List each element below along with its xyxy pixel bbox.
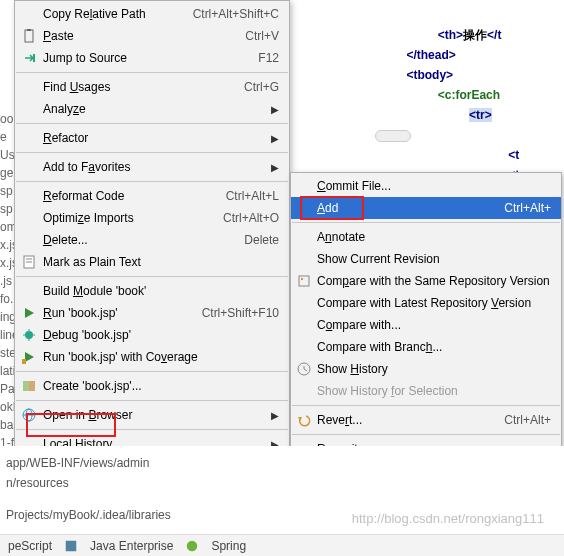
code-tbody: <tbody>: [406, 68, 453, 82]
repo-icon: [295, 273, 313, 289]
menu-item-label: Optimize Imports: [39, 211, 223, 225]
svg-rect-14: [23, 381, 29, 391]
menu-separator: [16, 72, 288, 73]
submenu-arrow-icon: ▶: [269, 410, 279, 421]
svg-rect-13: [22, 359, 26, 364]
menu-item-label: Open in Browser: [39, 408, 269, 422]
menu-item-13[interactable]: Delete...Delete: [15, 229, 289, 251]
code-foreach: <c:forEach: [438, 88, 500, 102]
hist-icon: [295, 361, 313, 377]
java-enterprise-label[interactable]: Java Enterprise: [90, 539, 173, 553]
svg-line-33: [304, 369, 307, 371]
menu-item-shortcut: Ctrl+Alt+L: [226, 189, 279, 203]
menu-item-label: Add to Favorites: [39, 160, 269, 174]
menu-item-21[interactable]: Create 'book.jsp'...: [15, 375, 289, 397]
menu-item-9[interactable]: Add to Favorites▶: [15, 156, 289, 178]
menu-item-4[interactable]: Find UsagesCtrl+G: [15, 76, 289, 98]
menu-item-7[interactable]: Refactor▶: [15, 127, 289, 149]
menu-item-12[interactable]: Optimize ImportsCtrl+Alt+O: [15, 207, 289, 229]
menu-item-0[interactable]: Copy Relative PathCtrl+Alt+Shift+C: [15, 3, 289, 25]
submenu-item-shortcut: Ctrl+Alt+: [504, 201, 551, 215]
menu-item-shortcut: Delete: [244, 233, 279, 247]
run-icon: [19, 305, 39, 321]
menu-separator: [16, 181, 288, 182]
menu-separator: [16, 429, 288, 430]
diff-icon: [19, 378, 39, 394]
menu-item-label: Run 'book.jsp' with Coverage: [39, 350, 279, 364]
submenu-separator: [292, 405, 560, 406]
submenu-item-label: Commit File...: [317, 179, 551, 193]
menu-item-label: Reformat Code: [39, 189, 226, 203]
menu-separator: [16, 400, 288, 401]
menu-separator: [16, 123, 288, 124]
menu-item-label: Find Usages: [39, 80, 244, 94]
jump-icon: [19, 50, 39, 66]
submenu-item-8[interactable]: Compare with Branch...: [291, 336, 561, 358]
submenu-item-1[interactable]: AddCtrl+Alt+: [291, 197, 561, 219]
submenu-separator: [292, 434, 560, 435]
bottom-panel: app/WEB-INF/views/admin n/resources Proj…: [0, 446, 564, 556]
menu-item-5[interactable]: Analyze▶: [15, 98, 289, 120]
code-th: <th>: [438, 28, 463, 42]
menu-item-label: Delete...: [39, 233, 244, 247]
svg-marker-12: [25, 352, 34, 362]
submenu-item-label: Compare with Branch...: [317, 340, 551, 354]
svg-point-7: [25, 331, 33, 339]
submenu-arrow-icon: ▶: [269, 133, 279, 144]
watermark-text: http://blog.csdn.net/rongxiang111: [352, 511, 544, 526]
menu-item-label: Build Module 'book': [39, 284, 279, 298]
submenu-item-12[interactable]: Revert...Ctrl+Alt+: [291, 409, 561, 431]
path-line-2: n/resources: [6, 476, 558, 490]
svg-rect-30: [301, 278, 303, 280]
menu-item-16[interactable]: Build Module 'book': [15, 280, 289, 302]
submenu-separator: [292, 222, 560, 223]
blank-icon: [19, 232, 39, 248]
submenu-item-6[interactable]: Compare with Latest Repository Version: [291, 292, 561, 314]
txt-icon: [19, 254, 39, 270]
submenu-item-shortcut: Ctrl+Alt+: [504, 413, 551, 427]
typescript-label[interactable]: peScript: [8, 539, 52, 553]
menu-item-18[interactable]: Debug 'book.jsp': [15, 324, 289, 346]
paste-icon: [19, 28, 39, 44]
svg-rect-29: [299, 276, 309, 286]
submenu-item-label: Show History for Selection: [317, 384, 551, 398]
menu-item-2[interactable]: Jump to SourceF12: [15, 47, 289, 69]
submenu-item-9[interactable]: Show History: [291, 358, 561, 380]
blank-icon: [19, 188, 39, 204]
spring-label[interactable]: Spring: [211, 539, 246, 553]
submenu-item-label: Show Current Revision: [317, 252, 551, 266]
menu-item-label: Run 'book.jsp': [39, 306, 202, 320]
menu-item-19[interactable]: Run 'book.jsp' with Coverage: [15, 346, 289, 368]
submenu-item-4[interactable]: Show Current Revision: [291, 248, 561, 270]
blank-icon: [19, 283, 39, 299]
submenu-item-0[interactable]: Commit File...: [291, 175, 561, 197]
menu-item-11[interactable]: Reformat CodeCtrl+Alt+L: [15, 185, 289, 207]
menu-separator: [16, 371, 288, 372]
code-thead-close: </thead>: [406, 48, 455, 62]
submenu-arrow-icon: ▶: [269, 104, 279, 115]
menu-item-17[interactable]: Run 'book.jsp'Ctrl+Shift+F10: [15, 302, 289, 324]
svg-rect-2: [33, 54, 35, 62]
blank-icon: [19, 159, 39, 175]
menu-item-14[interactable]: Mark as Plain Text: [15, 251, 289, 273]
menu-item-label: Mark as Plain Text: [39, 255, 279, 269]
svg-rect-15: [29, 381, 35, 391]
menu-item-label: Create 'book.jsp'...: [39, 379, 279, 393]
submenu-item-label: Compare with...: [317, 318, 551, 332]
menu-item-1[interactable]: PasteCtrl+V: [15, 25, 289, 47]
menu-item-label: Refactor: [39, 131, 269, 145]
blank-icon: [19, 6, 39, 22]
submenu-item-label: Revert...: [317, 413, 504, 427]
menu-separator: [16, 152, 288, 153]
submenu-item-3[interactable]: Annotate: [291, 226, 561, 248]
globe-icon: [19, 407, 39, 423]
revert-icon: [295, 412, 313, 428]
submenu-item-7[interactable]: Compare with...: [291, 314, 561, 336]
submenu-item-5[interactable]: Compare with the Same Repository Version: [291, 270, 561, 292]
menu-item-label: Analyze: [39, 102, 269, 116]
menu-item-shortcut: Ctrl+Alt+O: [223, 211, 279, 225]
submenu-item-label: Annotate: [317, 230, 551, 244]
menu-item-23[interactable]: Open in Browser▶: [15, 404, 289, 426]
svg-rect-1: [27, 29, 31, 31]
path-line-1: app/WEB-INF/views/admin: [6, 456, 558, 470]
